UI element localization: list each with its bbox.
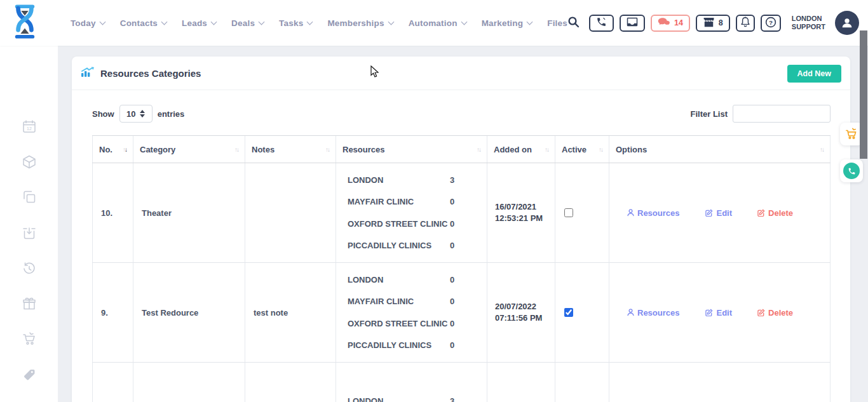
resource-name: PICCADILLY CLINICS [348, 241, 450, 250]
copy-icon[interactable] [22, 189, 37, 204]
add-new-button[interactable]: Add New [787, 65, 841, 83]
page-size-select[interactable]: 10 [119, 105, 153, 123]
resource-name: LONDON [348, 175, 450, 185]
cell-active [555, 263, 609, 362]
cell-active [555, 163, 609, 262]
person-icon [627, 309, 634, 316]
resource-count: 0 [450, 197, 454, 206]
store-count-badge: 8 [719, 18, 723, 27]
page-title: Resources Categories [100, 68, 201, 79]
cell-no: 10. [92, 163, 133, 262]
app-logo[interactable] [0, 4, 50, 42]
chevron-down-icon [211, 18, 217, 25]
delete-link[interactable]: Delete [757, 208, 793, 218]
cell-active [555, 363, 609, 402]
tag-icon[interactable] [22, 367, 37, 382]
resources-link[interactable]: Resources [627, 208, 679, 218]
menu-today[interactable]: Today [71, 18, 105, 28]
resource-count: 3 [450, 175, 454, 185]
filter-list-input[interactable] [733, 105, 831, 123]
store-button[interactable]: 8 [696, 15, 730, 32]
col-header-active[interactable]: Active↑↓ [555, 136, 609, 163]
chevron-down-icon [161, 18, 168, 25]
menu-marketing[interactable]: Marketing [482, 18, 532, 28]
resource-count: 0 [450, 340, 454, 350]
resource-count: 3 [450, 396, 454, 402]
cell-category: Theater [133, 163, 245, 262]
phone-call-button[interactable] [589, 15, 614, 32]
sort-icon: ↑↓ [477, 146, 480, 153]
menu-deals[interactable]: Deals [231, 18, 264, 28]
menu-leads[interactable]: Leads [182, 18, 216, 28]
table-controls: Show 10 entries Filter List [92, 104, 831, 123]
active-checkbox[interactable] [564, 208, 573, 217]
menu-contacts[interactable]: Contacts [120, 18, 166, 28]
col-header-no[interactable]: No.↑↓ [92, 136, 133, 163]
resource-name: OXFORD STREET CLINIC [348, 219, 450, 229]
resources-categories-panel: Resources Categories Add New Show 10 ent… [72, 57, 850, 402]
delete-link[interactable]: Delete [757, 308, 793, 318]
order-download-icon[interactable] [22, 225, 37, 241]
left-sidebar: 12 [0, 46, 58, 402]
store-icon [703, 17, 715, 29]
sort-icon: ↑↓ [599, 146, 602, 153]
resource-count: 0 [450, 275, 454, 285]
help-button[interactable]: ? [761, 15, 781, 32]
resource-count: 0 [450, 219, 454, 229]
cart-icon [844, 128, 858, 140]
cell-options: Resources Edit Delete [609, 163, 831, 262]
search-icon[interactable] [567, 16, 580, 30]
sort-icon: ↑↓ [545, 146, 548, 153]
inbox-icon [627, 17, 638, 29]
cell-notes [245, 363, 336, 402]
quick-call-button[interactable] [840, 159, 863, 182]
bell-icon [740, 17, 750, 30]
cube-icon[interactable] [22, 154, 37, 170]
notifications-button[interactable] [736, 15, 755, 32]
cell-resources: LONDON0 MAYFAIR CLINIC0 OXFORD STREET CL… [336, 263, 487, 362]
calendar-icon[interactable]: 12 [22, 119, 37, 134]
phone-call-icon [596, 17, 607, 29]
edit-link[interactable]: Edit [705, 208, 732, 218]
svg-text:12: 12 [27, 126, 32, 131]
edit-icon [705, 309, 713, 316]
sort-icon: ↑↓ [820, 146, 824, 153]
sort-icon: ↑↓ [123, 146, 126, 153]
resources-link[interactable]: Resources [627, 308, 679, 318]
history-icon[interactable] [22, 261, 37, 276]
chat-count-badge: 14 [674, 18, 683, 27]
chevron-down-icon [527, 18, 533, 25]
hourglass-logo-icon [13, 4, 37, 42]
chat-button[interactable]: 14 [651, 15, 690, 32]
chevron-down-icon [388, 18, 394, 25]
inbox-button[interactable] [620, 15, 645, 32]
cart-icon[interactable] [22, 332, 37, 347]
vertical-scrollbar[interactable] [860, 30, 867, 159]
col-header-category[interactable]: Category↑↓ [133, 136, 245, 163]
delete-icon [757, 309, 765, 316]
col-header-resources[interactable]: Resources↑↓ [336, 136, 487, 163]
edit-icon [705, 209, 713, 217]
select-arrows-icon [140, 110, 145, 117]
menu-memberships[interactable]: Memberships [327, 18, 393, 28]
resource-name: OXFORD STREET CLINIC [348, 319, 450, 328]
gift-icon[interactable] [22, 296, 37, 311]
cell-added-on: 20/07/202207:11:56 PM [487, 263, 555, 362]
col-header-options[interactable]: Options↑↓ [609, 136, 831, 163]
col-header-notes[interactable]: Notes↑↓ [245, 136, 336, 163]
sort-icon: ↑↓ [325, 146, 329, 153]
avatar[interactable] [835, 11, 859, 35]
menu-automation[interactable]: Automation [409, 18, 466, 28]
cell-no: 9. [92, 263, 133, 362]
menu-files[interactable]: Files [547, 18, 567, 28]
active-checkbox[interactable] [564, 308, 573, 317]
edit-link[interactable]: Edit [705, 308, 732, 318]
chevron-down-icon [461, 18, 467, 25]
resource-name: PICCADILLY CLINICS [348, 340, 450, 350]
help-icon: ? [765, 17, 776, 30]
col-header-added-on[interactable]: Added on↑↓ [487, 136, 555, 163]
chevron-down-icon [307, 18, 313, 25]
cell-category: Test Redource [133, 263, 245, 362]
cell-category [133, 363, 245, 402]
menu-tasks[interactable]: Tasks [279, 18, 312, 28]
